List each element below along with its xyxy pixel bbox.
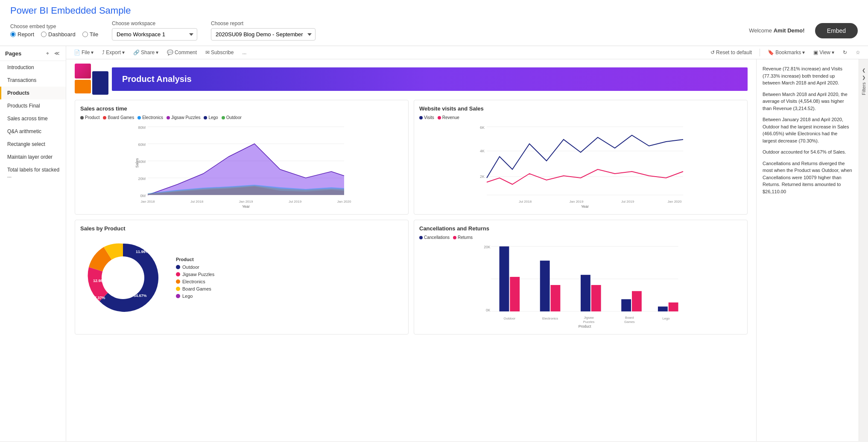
- svg-text:Jul 2019: Jul 2019: [289, 200, 302, 204]
- file-chevron: ▾: [91, 49, 94, 55]
- legend-electronics-label: Electronics: [142, 115, 163, 120]
- welcome-text: Welcome Amit Demo!: [749, 27, 805, 34]
- sidebar: Pages ⌖ ≪ Introduction Transactions Prod…: [0, 46, 66, 441]
- file-button[interactable]: 📄 File ▾: [71, 48, 96, 57]
- share-label: Share: [141, 49, 155, 55]
- more-button[interactable]: ...: [240, 48, 249, 57]
- report-inner: Product Analysis Sales across time Produ…: [66, 59, 756, 441]
- share-chevron: ▾: [156, 49, 158, 55]
- radio-tile-label: Tile: [90, 31, 98, 38]
- sidebar-item-transactions[interactable]: Transactions: [0, 74, 66, 87]
- svg-text:Games: Games: [624, 320, 635, 324]
- subscribe-button[interactable]: ✉ Subscribe: [203, 48, 236, 57]
- cancellations-title: Cancellations and Returns: [419, 225, 742, 232]
- report-select[interactable]: 2020SU09 Blog Demo - September: [211, 28, 316, 41]
- svg-text:0K: 0K: [486, 308, 491, 312]
- svg-text:Jan 2018: Jan 2018: [141, 200, 155, 204]
- more-icon: ...: [242, 49, 246, 55]
- insight-4: Outdoor accounted for 54.67% of Sales.: [763, 148, 853, 156]
- embed-button[interactable]: Embed: [815, 23, 858, 38]
- filters-panel[interactable]: ❮ ❯ Filters: [859, 59, 868, 441]
- star-button[interactable]: ☆: [853, 48, 863, 57]
- sidebar-item-introduction[interactable]: Introduction: [0, 61, 66, 74]
- radio-dashboard-input[interactable]: [41, 32, 47, 37]
- color-blocks: [75, 64, 108, 95]
- color-blocks-row2: [75, 80, 108, 95]
- comment-button[interactable]: 💬 Comment: [164, 48, 199, 57]
- report-title: Product Analysis: [122, 74, 192, 84]
- sales-svg: 80M 60M 40M 20M 0M: [80, 122, 403, 208]
- bookmarks-label: Bookmarks: [775, 49, 801, 55]
- sidebar-item-rectangle-select-label: Rectangle select: [7, 141, 45, 147]
- bar-electronics-cancel: [540, 261, 550, 311]
- share-button[interactable]: 🔗 Share ▾: [131, 48, 161, 57]
- sidebar-item-products-final[interactable]: Products Final: [0, 99, 66, 112]
- svg-text:Jan 2020: Jan 2020: [668, 200, 682, 204]
- legend-visits-dot: [419, 116, 423, 119]
- svg-text:Jul 2018: Jul 2018: [190, 200, 204, 204]
- bookmarks-button[interactable]: 🔖 Bookmarks ▾: [765, 48, 807, 57]
- donut-container: 11.96% 12.98% 17.37% 54.67% Product: [80, 235, 403, 320]
- legend-product: Product: [80, 115, 99, 120]
- donut-legend: Product Outdoor Jigsaw Puzzles: [176, 257, 214, 299]
- cancellations-label: Cancellations: [424, 235, 450, 240]
- filters-content: ❮ ❯ Filters: [861, 68, 866, 95]
- sidebar-item-sales-across-time[interactable]: Sales across time: [0, 112, 66, 125]
- bar-electronics-return: [551, 285, 561, 311]
- sidebar-item-total-labels[interactable]: Total labels for stacked ...: [0, 163, 66, 182]
- collapse-icon[interactable]: ≪: [53, 49, 61, 57]
- sales-across-time-chart: Sales across time Product Board Games: [75, 100, 409, 215]
- refresh-button[interactable]: ↻: [840, 48, 850, 57]
- website-visits-chart: Website visits and Sales Visits Revenue: [414, 100, 748, 215]
- sidebar-item-products[interactable]: Products: [0, 87, 66, 99]
- radio-dashboard[interactable]: Dashboard: [41, 31, 76, 38]
- sidebar-item-sales-across-time-label: Sales across time: [7, 116, 48, 122]
- reset-button[interactable]: ↺ Reset to default: [708, 48, 754, 57]
- bookmarks-chevron: ▾: [802, 49, 805, 55]
- svg-text:Product: Product: [579, 324, 591, 329]
- legend-board-games-label: Board Games: [108, 115, 134, 120]
- sales-chart-title: Sales across time: [80, 105, 403, 112]
- bar-lego-return: [669, 302, 678, 311]
- view-button[interactable]: ▣ View ▾: [811, 48, 837, 57]
- legend-lego: Lego: [204, 115, 218, 120]
- bar-boardgames-return: [632, 291, 642, 311]
- sidebar-item-maintain-layer-order[interactable]: Maintain layer order: [0, 151, 66, 163]
- svg-text:17.37%: 17.37%: [92, 296, 105, 300]
- sidebar-item-qa-arithmetic[interactable]: Q&A arithmetic: [0, 125, 66, 138]
- radio-tile[interactable]: Tile: [82, 31, 98, 38]
- reset-label: Reset to default: [716, 49, 752, 55]
- export-button[interactable]: ⤴ Export ▾: [99, 48, 127, 57]
- refresh-icon: ↻: [843, 49, 847, 55]
- workspace-label: Choose workspace: [112, 20, 197, 26]
- cancellations-chart: Cancellations and Returns Cancellations …: [414, 220, 748, 334]
- legend-outdoor-dot: [222, 116, 225, 119]
- main-layout: Pages ⌖ ≪ Introduction Transactions Prod…: [0, 46, 868, 441]
- jigsaw-dot: [176, 272, 180, 276]
- sales-product-title: Sales by Product: [80, 225, 403, 232]
- export-chevron: ▾: [122, 49, 125, 55]
- radio-report-input[interactable]: [10, 32, 16, 37]
- lego-label: Lego: [182, 294, 193, 299]
- separator-1: [760, 49, 760, 56]
- legend-jigsaw: Jigsaw Puzzles: [176, 272, 214, 277]
- cursor-icon[interactable]: ⌖: [44, 49, 51, 57]
- radio-tile-input[interactable]: [82, 32, 88, 37]
- workspace-select[interactable]: Demo Workspace 1: [112, 28, 197, 41]
- legend-lego: Lego: [176, 294, 214, 299]
- report-toolbar: 📄 File ▾ ⤴ Export ▾ 🔗 Share ▾ 💬 Comment …: [66, 46, 868, 59]
- insight-2: Between March 2018 and April 2020, the a…: [763, 91, 853, 112]
- outdoor-dot: [176, 265, 180, 269]
- app-title: Power BI Embedded Sample: [10, 5, 858, 16]
- sales-by-product-chart: Sales by Product: [75, 220, 409, 334]
- chevron-down-icon: ❯: [862, 75, 865, 80]
- radio-report[interactable]: Report: [10, 31, 34, 38]
- svg-text:Year: Year: [581, 204, 589, 209]
- sidebar-item-rectangle-select[interactable]: Rectangle select: [0, 138, 66, 151]
- sidebar-item-introduction-label: Introduction: [7, 64, 34, 70]
- legend-board-games: Board Games: [176, 286, 214, 291]
- svg-text:60M: 60M: [138, 142, 146, 147]
- svg-text:Sales: Sales: [135, 158, 139, 168]
- legend-electronics-dot: [137, 116, 141, 119]
- returns-label: Returns: [458, 235, 473, 240]
